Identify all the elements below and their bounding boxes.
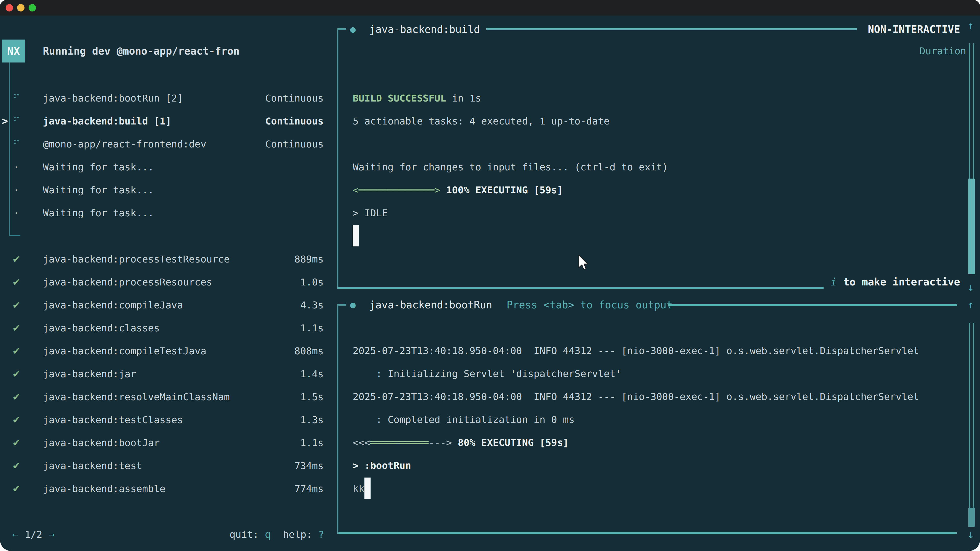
bootrun-pane-footer-line — [337, 532, 957, 534]
terminal-line: 2025-07-23T13:40:18.950-04:00 INFO 44312… — [353, 339, 919, 362]
check-icon: ✔ — [11, 248, 22, 271]
task-row[interactable]: ✔java-backend:testClasses1.3s — [0, 408, 337, 431]
task-row[interactable]: ✔java-backend:classes1.1s — [0, 317, 337, 340]
build-pane-title[interactable]: java-backend:build — [369, 18, 480, 41]
task-label: java-backend:bootJar — [43, 431, 160, 454]
terminal-text: ---> — [428, 437, 452, 448]
bootrun-scroll-down-icon[interactable]: ↓ — [964, 523, 977, 546]
spinner-icon: ⠋ — [11, 87, 22, 110]
task-label: java-backend:testClasses — [43, 408, 183, 431]
help-bar: quit: q help: ? — [229, 523, 324, 546]
terminal-text: kk — [353, 483, 364, 494]
task-label: java-backend:assemble — [43, 477, 165, 500]
check-icon: ✔ — [11, 386, 22, 408]
build-pane-header-line — [486, 28, 857, 30]
task-label: java-backend:compileTestJava — [43, 340, 207, 362]
task-row[interactable]: ✔java-backend:compileTestJava808ms — [0, 340, 337, 362]
task-duration: 774ms — [294, 477, 324, 500]
interactive-hint: i to make interactive — [830, 270, 960, 293]
close-button[interactable] — [6, 4, 13, 11]
task-row[interactable]: ✔java-backend:assemble774ms — [0, 477, 337, 500]
build-scrollbar-track[interactable] — [969, 43, 974, 179]
task-label: Waiting for task... — [43, 202, 154, 224]
build-scrollbar-thumb[interactable] — [968, 179, 975, 274]
task-row[interactable]: ·Waiting for task... — [0, 156, 337, 179]
terminal-text: 2025-07-23T13:40:18.950-04:00 INFO 44312… — [353, 391, 919, 402]
terminal-line: > IDLE — [353, 202, 388, 224]
titlebar — [0, 0, 980, 16]
task-label: Waiting for task... — [43, 156, 154, 179]
task-row[interactable]: >⠋java-backend:build [1]Continuous — [0, 110, 337, 133]
task-duration: 1.0s — [300, 271, 324, 294]
terminal-text: 2025-07-23T13:40:18.950-04:00 INFO 44312… — [353, 345, 919, 356]
quit-key: q — [265, 523, 271, 546]
page-indicator: 1/2 — [25, 523, 42, 546]
terminal-line: : Completed initialization in 0 ms — [353, 408, 574, 431]
waiting-icon: · — [11, 156, 22, 179]
task-row[interactable]: ✔java-backend:processResources1.0s — [0, 271, 337, 294]
terminal-text: 80% EXECUTING [59s] — [452, 437, 569, 448]
task-label: java-backend:bootRun [2] — [43, 87, 183, 110]
task-row[interactable]: ✔java-backend:compileJava4.3s — [0, 294, 337, 317]
task-label: Waiting for task... — [43, 179, 154, 202]
task-duration: 1.3s — [300, 408, 324, 431]
bootrun-pane-left-border — [337, 304, 339, 534]
waiting-icon: · — [11, 202, 22, 224]
terminal-line: > :bootRun — [353, 454, 411, 477]
task-duration: Continuous — [265, 110, 324, 133]
terminal-line: Waiting for changes to input files... (c… — [353, 156, 668, 179]
terminal-text: BUILD SUCCESSFUL — [353, 93, 446, 104]
task-row[interactable]: ⠋@mono-app/react-frontend:devContinuous — [0, 133, 337, 156]
task-row[interactable]: ·Waiting for task... — [0, 179, 337, 202]
terminal-text: 5 actionable tasks: 4 executed, 1 up-to-… — [353, 116, 610, 127]
task-duration: 1.1s — [300, 317, 324, 340]
task-duration: 4.3s — [300, 294, 324, 317]
sidebar-title: Running dev @mono-app/react-fron — [43, 40, 240, 62]
bootrun-scrollbar-track[interactable] — [969, 323, 974, 508]
zoom-button[interactable] — [29, 4, 36, 11]
task-row[interactable]: ✔java-backend:test734ms — [0, 454, 337, 477]
task-label: java-backend:compileJava — [43, 294, 183, 317]
spinner-icon: ⠋ — [11, 110, 22, 133]
task-row[interactable]: ✔java-backend:resolveMainClassNam1.5s — [0, 386, 337, 408]
interactive-hint-text: to make interactive — [843, 270, 960, 293]
task-row[interactable]: ⠋java-backend:bootRun [2]Continuous — [0, 87, 337, 110]
bootrun-scroll-up-icon[interactable]: ↑ — [964, 293, 977, 316]
terminal-line: <═════════════> 100% EXECUTING [59s] — [353, 179, 563, 202]
minimize-button[interactable] — [17, 4, 24, 11]
task-label: java-backend:processResources — [43, 271, 212, 294]
terminal-text: : Completed initialization in 0 ms — [353, 414, 574, 425]
task-label: java-backend:processTestResource — [43, 248, 230, 271]
task-row[interactable]: ✔java-backend:jar1.4s — [0, 362, 337, 386]
build-scroll-up-icon[interactable]: ↑ — [964, 14, 977, 37]
bootrun-pane-border-stub — [337, 304, 346, 306]
bootrun-pane-header-line — [668, 304, 957, 306]
check-icon: ✔ — [11, 271, 22, 294]
terminal-line — [353, 224, 359, 248]
task-duration: 1.5s — [300, 386, 324, 408]
task-label: @mono-app/react-frontend:dev — [43, 133, 207, 156]
nx-logo: NX — [2, 40, 25, 62]
help-label: help: — [283, 523, 312, 546]
task-duration: 1.1s — [300, 431, 324, 454]
spinner-icon: ⠋ — [11, 133, 22, 156]
page-prev-icon[interactable]: ← — [12, 523, 18, 546]
terminal-text: : Initializing Servlet 'dispatcherServle… — [353, 368, 621, 380]
bootrun-pane-title[interactable]: java-backend:bootRun — [369, 293, 492, 316]
waiting-icon: · — [11, 179, 22, 202]
check-icon: ✔ — [11, 431, 22, 454]
terminal-line: 2025-07-23T13:40:18.950-04:00 INFO 44312… — [353, 385, 919, 408]
check-icon: ✔ — [11, 477, 22, 500]
non-interactive-badge: NON-INTERACTIVE — [868, 18, 960, 41]
check-icon: ✔ — [11, 408, 22, 431]
terminal-text: > :bootRun — [353, 460, 411, 471]
task-row[interactable]: ✔java-backend:processTestResource889ms — [0, 248, 337, 271]
task-duration: 734ms — [294, 454, 324, 477]
task-label: java-backend:jar — [43, 362, 136, 386]
page-next-icon[interactable]: → — [49, 523, 55, 546]
task-label: java-backend:classes — [43, 317, 160, 340]
terminal-text: 100% EXECUTING [59s] — [440, 184, 563, 196]
terminal-text: > IDLE — [353, 207, 388, 219]
task-row[interactable]: ·Waiting for task... — [0, 202, 337, 224]
task-row[interactable]: ✔java-backend:bootJar1.1s — [0, 431, 337, 454]
